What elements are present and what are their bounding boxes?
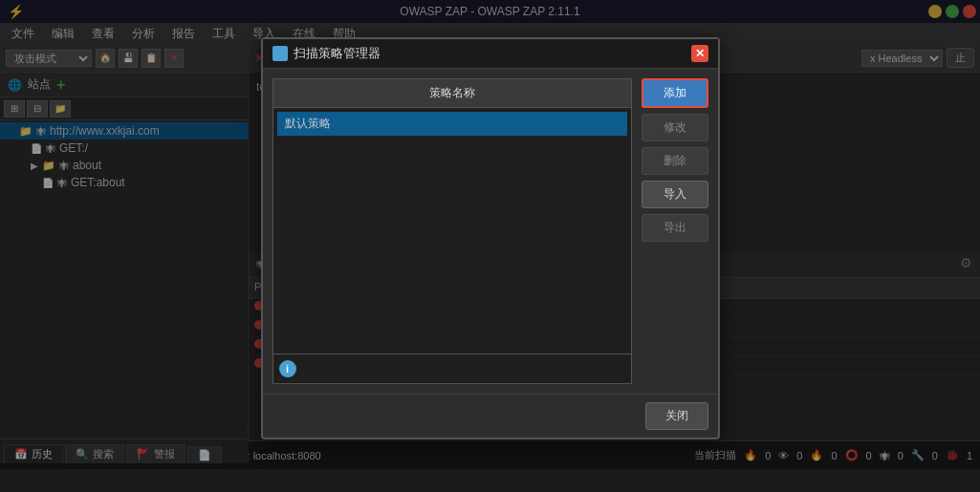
dialog-body: 策略名称 默认策略 i 添加 修改 删除 导入 导出 [263,69,718,394]
info-icon: i [279,360,296,377]
policy-table: 策略名称 默认策略 i [272,78,632,384]
dialog-title: 扫描策略管理器 [294,45,381,62]
dialog-table-footer: i [273,353,631,383]
dialog-footer: 关闭 [263,394,718,438]
export-policy-button[interactable]: 导出 [642,214,708,242]
policy-row-default[interactable]: 默认策略 [277,112,627,136]
policy-table-header: 策略名称 [273,79,631,108]
dialog-title-icon [272,46,288,61]
import-policy-button[interactable]: 导入 [642,181,708,208]
scan-policy-dialog: 扫描策略管理器 ✕ 策略名称 默认策略 i 添加 修改 删除 导入 导出 关闭 [261,37,720,439]
dialog-action-buttons: 添加 修改 删除 导入 导出 [642,78,708,384]
modify-policy-button[interactable]: 修改 [642,114,708,141]
add-policy-button[interactable]: 添加 [642,78,708,108]
dialog-close-x-button[interactable]: ✕ [691,45,708,62]
delete-policy-button[interactable]: 删除 [642,147,708,175]
policy-table-body: 默认策略 [273,108,631,353]
close-dialog-button[interactable]: 关闭 [645,402,708,430]
dialog-title-bar: 扫描策略管理器 ✕ [263,39,718,69]
